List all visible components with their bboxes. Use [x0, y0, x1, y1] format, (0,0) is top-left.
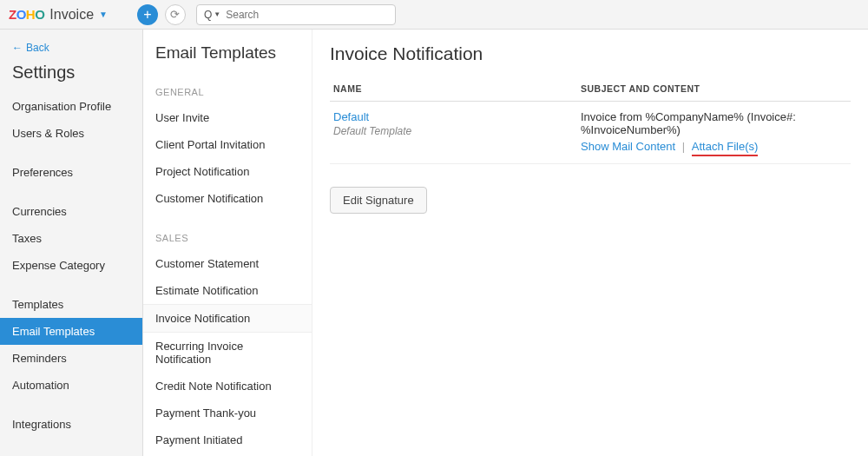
edit-signature-button[interactable]: Edit Signature [330, 187, 427, 214]
template-project-notification[interactable]: Project Notification [143, 158, 312, 185]
product-name: Invoice [49, 7, 94, 23]
search-input[interactable] [226, 9, 388, 21]
sidebar-item-email-templates[interactable]: Email Templates [0, 318, 142, 345]
show-mail-content-link[interactable]: Show Mail Content [581, 140, 675, 153]
brand[interactable]: ZOHO Invoice ▼ [9, 7, 108, 23]
col-name-header: NAME [333, 83, 581, 94]
sidebar-item-templates[interactable]: Templates [0, 291, 142, 318]
template-recurring-invoice-notification[interactable]: Recurring Invoice Notification [143, 333, 312, 373]
back-link[interactable]: ← Back [0, 42, 142, 61]
subject-links: Show Mail Content | Attach File(s) [581, 140, 847, 153]
sidebar-item-data-backup[interactable]: Data Backup [0, 450, 142, 456]
attach-underline-annotation [692, 155, 759, 156]
top-actions: + ⟳ [137, 4, 186, 25]
template-payment-initiated[interactable]: Payment Initiated [143, 426, 312, 453]
refresh-button[interactable]: ⟳ [165, 4, 186, 25]
table-row: Default Default Template Invoice from %C… [330, 102, 851, 164]
sidebar-item-organisation-profile[interactable]: Organisation Profile [0, 93, 142, 120]
email-templates-panel: Email Templates GENERAL User Invite Clie… [143, 30, 312, 456]
sidebar-item-taxes[interactable]: Taxes [0, 225, 142, 252]
template-name-link[interactable]: Default [333, 110, 581, 123]
template-customer-statement[interactable]: Customer Statement [143, 250, 312, 277]
template-estimate-notification[interactable]: Estimate Notification [143, 277, 312, 304]
add-button[interactable]: + [137, 4, 158, 25]
template-user-invite[interactable]: User Invite [143, 104, 312, 131]
sidebar-item-automation[interactable]: Automation [0, 372, 142, 399]
settings-heading: Settings [0, 61, 142, 93]
sidebar-item-users-roles[interactable]: Users & Roles [0, 120, 142, 147]
cell-subject: Invoice from %CompanyName% (Invoice#: %I… [581, 110, 847, 153]
sidebar-item-expense-category[interactable]: Expense Category [0, 252, 142, 279]
sidebar-item-currencies[interactable]: Currencies [0, 198, 142, 225]
panel-title: Email Templates [143, 43, 312, 82]
attach-files-link[interactable]: Attach File(s) [692, 140, 759, 153]
product-caret-icon: ▼ [99, 10, 108, 19]
cell-name: Default Default Template [333, 110, 581, 153]
search-box[interactable]: Q ▼ [196, 4, 396, 25]
main-content: Invoice Notification NAME SUBJECT AND CO… [312, 30, 868, 456]
table-header: NAME SUBJECT AND CONTENT [330, 83, 851, 102]
settings-sidebar: ← Back Settings Organisation Profile Use… [0, 30, 143, 456]
subject-text: Invoice from %CompanyName% (Invoice#: %I… [581, 110, 847, 136]
group-sales-label: SALES [143, 228, 312, 250]
search-scope-icon[interactable]: Q [204, 9, 212, 21]
template-payment-thank-you[interactable]: Payment Thank-you [143, 400, 312, 426]
template-subtext: Default Template [333, 125, 581, 137]
sidebar-item-integrations[interactable]: Integrations [0, 411, 142, 438]
search-scope-caret-icon[interactable]: ▼ [214, 10, 220, 18]
topbar: ZOHO Invoice ▼ + ⟳ Q ▼ [0, 0, 868, 30]
template-client-portal-invitation[interactable]: Client Portal Invitation [143, 131, 312, 158]
template-credit-note-notification[interactable]: Credit Note Notification [143, 373, 312, 400]
attach-files-wrap: Attach File(s) [692, 140, 759, 153]
sidebar-item-reminders[interactable]: Reminders [0, 345, 142, 372]
link-divider: | [682, 140, 685, 153]
back-label: Back [26, 42, 49, 54]
page-title: Invoice Notification [330, 43, 851, 64]
arrow-left-icon: ← [12, 42, 23, 54]
template-customer-notification[interactable]: Customer Notification [143, 185, 312, 212]
template-invoice-notification[interactable]: Invoice Notification [143, 304, 312, 333]
zoho-logo: ZOHO [9, 7, 44, 22]
col-subject-header: SUBJECT AND CONTENT [581, 83, 847, 94]
group-general-label: GENERAL [143, 82, 312, 104]
sidebar-item-preferences[interactable]: Preferences [0, 159, 142, 186]
